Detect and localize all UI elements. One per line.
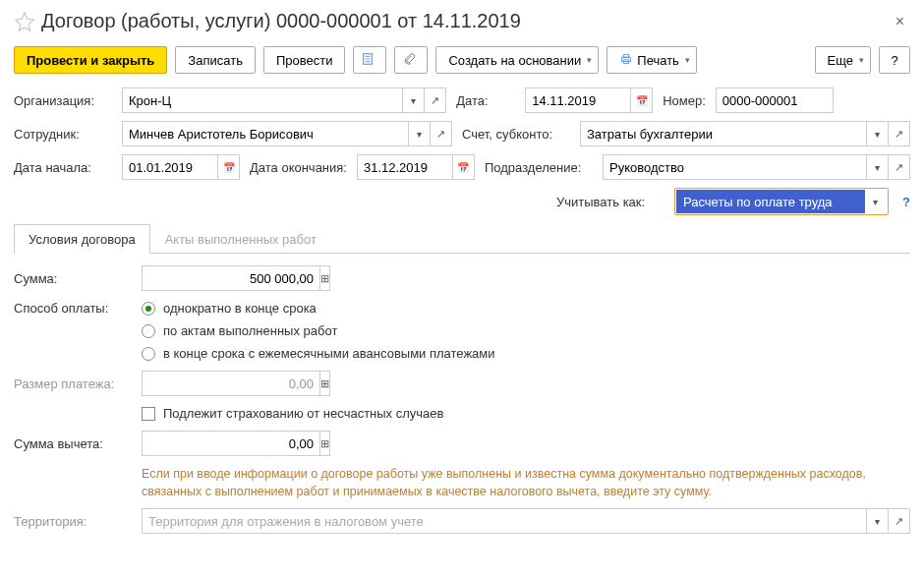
insurance-checkbox-row[interactable]: Подлежит страхованию от несчастных случа… <box>142 406 443 421</box>
dropdown-icon[interactable]: ▾ <box>409 121 431 146</box>
end-date-label: Дата окончания: <box>250 160 347 175</box>
calendar-icon[interactable]: 📅 <box>453 154 475 180</box>
more-button[interactable]: Еще <box>815 46 871 74</box>
treat-as-input[interactable] <box>676 190 865 213</box>
page-title: Договор (работы, услуги) 0000-000001 от … <box>41 10 890 32</box>
radio-icon <box>142 324 155 338</box>
number-input[interactable] <box>716 87 834 113</box>
dropdown-icon[interactable]: ▾ <box>867 508 889 534</box>
calendar-icon[interactable]: 📅 <box>218 154 240 180</box>
account-label: Счет, субконто: <box>462 127 552 142</box>
open-icon[interactable]: ↗ <box>889 154 910 180</box>
pay-option-advance[interactable]: в конце срока с ежемесячными авансовыми … <box>142 346 495 361</box>
post-button[interactable]: Провести <box>263 46 346 74</box>
organization-label: Организация: <box>14 93 94 108</box>
calculator-icon[interactable]: ⊞ <box>320 431 330 456</box>
number-label: Номер: <box>663 93 706 108</box>
territory-input[interactable] <box>142 508 867 534</box>
checkbox-icon <box>142 407 155 421</box>
employee-input[interactable] <box>122 121 409 146</box>
pay-option-acts[interactable]: по актам выполненных работ <box>142 323 495 338</box>
dropdown-icon[interactable]: ▾ <box>865 190 887 213</box>
deduction-input[interactable] <box>142 431 320 456</box>
help-icon[interactable]: ? <box>902 195 910 209</box>
save-button[interactable]: Записать <box>175 46 256 74</box>
calendar-icon[interactable]: 📅 <box>631 87 653 113</box>
tab-conditions[interactable]: Условия договора <box>14 224 150 254</box>
document-icon <box>361 52 375 69</box>
radio-icon <box>142 302 155 316</box>
account-input[interactable] <box>580 121 867 146</box>
sum-label: Сумма: <box>14 271 57 286</box>
calculator-icon[interactable]: ⊞ <box>320 265 330 291</box>
post-and-close-button[interactable]: Провести и закрыть <box>14 46 167 74</box>
open-icon[interactable]: ↗ <box>889 508 910 534</box>
deduction-label: Сумма вычета: <box>14 436 103 451</box>
employee-label: Сотрудник: <box>14 127 80 142</box>
start-date-input[interactable] <box>122 154 218 180</box>
department-label: Подразделение: <box>485 160 581 175</box>
open-icon[interactable]: ↗ <box>425 87 446 113</box>
dropdown-icon[interactable]: ▾ <box>867 121 889 146</box>
end-date-input[interactable] <box>357 154 453 180</box>
deduction-hint: Если при вводе информации о договоре раб… <box>142 466 910 500</box>
pay-option-once[interactable]: однократно в конце срока <box>142 301 495 316</box>
attach-icon-button[interactable] <box>394 46 428 74</box>
close-button[interactable]: × <box>890 11 910 32</box>
dropdown-icon[interactable]: ▾ <box>403 87 425 113</box>
department-input[interactable] <box>603 154 867 180</box>
treat-as-label: Учитывать как: <box>556 195 645 209</box>
open-icon[interactable]: ↗ <box>889 121 910 146</box>
radio-icon <box>142 347 155 361</box>
create-based-on-button[interactable]: Создать на основании <box>435 46 599 74</box>
dropdown-icon[interactable]: ▾ <box>867 154 889 180</box>
open-icon[interactable]: ↗ <box>431 121 452 146</box>
date-label: Дата: <box>456 93 488 108</box>
favorite-star-icon[interactable] <box>14 11 35 32</box>
svg-rect-5 <box>624 54 629 57</box>
tab-acts[interactable]: Акты выполненных работ <box>150 224 331 254</box>
print-button[interactable]: Печать <box>606 46 697 74</box>
printer-icon <box>619 52 633 69</box>
date-input[interactable] <box>525 87 631 113</box>
territory-label: Территория: <box>14 514 87 529</box>
start-date-label: Дата начала: <box>14 160 91 175</box>
report-icon-button[interactable] <box>353 46 386 74</box>
sum-input[interactable] <box>142 265 320 291</box>
calculator-icon: ⊞ <box>320 371 330 396</box>
pay-method-label: Способ оплаты: <box>14 301 108 316</box>
help-button[interactable]: ? <box>879 46 910 74</box>
organization-input[interactable] <box>122 87 403 113</box>
paperclip-icon <box>402 52 416 69</box>
payment-size-input <box>142 371 320 396</box>
payment-size-label: Размер платежа: <box>14 376 114 391</box>
